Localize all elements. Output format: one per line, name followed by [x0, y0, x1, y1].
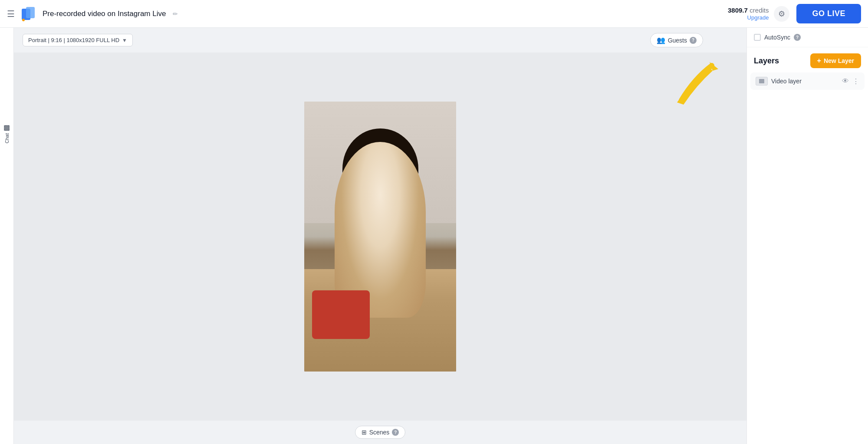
go-live-button[interactable]: GO LIVE: [796, 4, 861, 23]
app-logo: [20, 5, 37, 23]
main-content: ▩ Chat Portrait | 9:16 | 1080x1920 FULL …: [0, 28, 868, 444]
scenes-label: Scenes: [369, 429, 390, 436]
chevron-down-icon: ▼: [122, 37, 127, 43]
credits-section: 3809.7 credits Upgrade: [728, 7, 769, 21]
upgrade-link[interactable]: Upgrade: [728, 14, 769, 21]
layer-item[interactable]: Video layer 👁 ⋮: [750, 72, 865, 90]
canvas-area: Portrait | 9:16 | 1080x1920 FULL HD ▼ 👥 …: [14, 28, 746, 444]
guests-button[interactable]: 👥 Guests ?: [650, 33, 703, 47]
resolution-select[interactable]: Portrait | 9:16 | 1080x1920 FULL HD ▼: [23, 34, 133, 46]
header: ☰ Pre-recorded video on Instagram Live ✏…: [0, 0, 868, 28]
credits-display: 3809.7 credits: [728, 7, 769, 14]
resolution-label: Portrait | 9:16 | 1080x1920 FULL HD: [28, 37, 119, 43]
new-layer-button[interactable]: + New Layer: [810, 53, 861, 68]
chat-label: Chat: [4, 133, 10, 143]
guests-label: Guests: [668, 37, 687, 44]
layers-header: Layers + New Layer: [747, 47, 868, 72]
chat-icon: ▩: [3, 123, 10, 132]
edit-icon[interactable]: ✏: [173, 10, 178, 17]
guests-icon: 👥: [657, 36, 665, 44]
svg-rect-1: [26, 7, 35, 18]
scenes-icon: ⊞: [362, 429, 367, 436]
autosync-row: AutoSync ?: [747, 28, 868, 47]
video-preview: [304, 102, 456, 372]
autosync-label: AutoSync: [764, 34, 790, 41]
svg-point-2: [22, 19, 25, 21]
project-title: Pre-recorded video on Instagram Live: [43, 10, 166, 18]
new-layer-label: New Layer: [824, 57, 854, 64]
settings-icon[interactable]: ⚙: [774, 6, 789, 22]
header-left: ☰ Pre-recorded video on Instagram Live ✏: [7, 5, 728, 23]
scenes-help-icon[interactable]: ?: [392, 429, 399, 436]
credits-label: credits: [750, 7, 769, 14]
autosync-help-icon[interactable]: ?: [794, 34, 801, 41]
scenes-button[interactable]: ⊞ Scenes ?: [355, 426, 406, 439]
layers-title: Layers: [754, 56, 779, 66]
layer-visibility-icon[interactable]: 👁: [842, 77, 849, 85]
kitchen-scene: [304, 102, 456, 372]
red-mold: [312, 290, 370, 339]
guests-help-icon[interactable]: ?: [690, 37, 697, 44]
layer-name: Video layer: [771, 78, 838, 85]
canvas-toolbar: Portrait | 9:16 | 1080x1920 FULL HD ▼ 👥 …: [14, 28, 746, 53]
plus-icon: +: [817, 57, 821, 65]
hamburger-icon[interactable]: ☰: [7, 9, 15, 19]
layer-more-icon[interactable]: ⋮: [852, 77, 859, 86]
arrow-annotation: [668, 61, 720, 105]
chat-panel: ▩ Chat: [0, 28, 14, 444]
autosync-checkbox[interactable]: [754, 34, 761, 41]
layer-thumb-inner: [759, 79, 764, 83]
chat-sidebar-button[interactable]: ▩ Chat: [2, 120, 12, 147]
canvas-bottom-bar: ⊞ Scenes ?: [14, 421, 746, 444]
right-sidebar: AutoSync ? Layers + New Layer Video laye…: [746, 28, 868, 444]
layer-thumbnail: [756, 77, 768, 86]
svg-marker-4: [710, 62, 718, 71]
credits-amount: 3809.7: [728, 7, 748, 14]
video-preview-container: [14, 53, 746, 421]
